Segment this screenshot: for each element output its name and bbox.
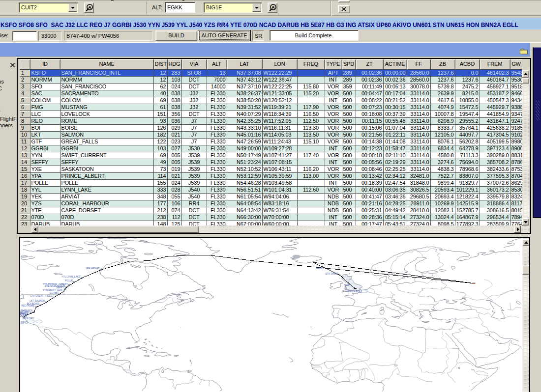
svg-text:YEK ARVIAT: YEK ARVIAT <box>86 267 99 270</box>
svg-text:A: A <box>88 5 91 10</box>
svg-text:SFO8 SFO: SFO8 SFO <box>22 317 34 320</box>
svg-text:YYN SWIFT_CUR: YYN SWIFT_CUR <box>43 289 62 291</box>
svg-text:YPA PRINCE_ALBERT: YPA PRINCE_ALBERT <box>43 283 68 285</box>
svg-text:AKIVO: AKIVO <box>316 267 324 270</box>
svg-text:POLLE: POLLE <box>65 280 73 282</box>
svg-text:STN UN615: STN UN615 <box>326 273 339 275</box>
svg-text:BOI BOISE: BOI BOISE <box>27 303 39 305</box>
svg-text:LLC LOVELOCK: LLC LOVELOCK <box>20 309 33 312</box>
svg-text:SFO: SFO <box>20 320 28 325</box>
svg-text:GGRBI: GGRBI <box>50 292 58 294</box>
svg-text:LKT SALMON: LKT SALMON <box>30 300 45 302</box>
svg-text:GTF GREAT_FALLS: GTF GREAT_FALLS <box>30 295 53 297</box>
svg-text:A: A <box>271 5 275 10</box>
svg-text:YYL LYNN_LAKE: YYL LYNN_LAKE <box>61 276 81 278</box>
svg-text:KSFO SAN_FRANCIS: KSFO SAN_FRANCIS <box>20 312 29 315</box>
svg-text:HON: HON <box>344 284 349 286</box>
